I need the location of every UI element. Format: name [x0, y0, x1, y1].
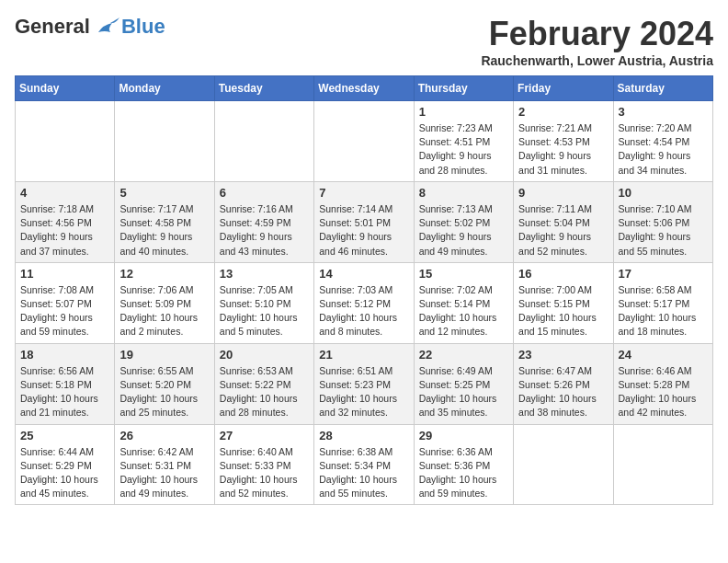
location-subtitle: Rauchenwarth, Lower Austria, Austria [481, 53, 713, 68]
calendar-cell: 11Sunrise: 7:08 AMSunset: 5:07 PMDayligh… [16, 262, 115, 343]
calendar-cell [115, 101, 214, 182]
day-info: Sunrise: 6:44 AMSunset: 5:29 PMDaylight:… [20, 445, 109, 501]
day-info: Sunrise: 7:00 AMSunset: 5:15 PMDaylight:… [518, 283, 608, 339]
day-info: Sunrise: 7:18 AMSunset: 4:56 PMDaylight:… [20, 202, 109, 259]
calendar-cell: 10Sunrise: 7:10 AMSunset: 5:06 PMDayligh… [613, 181, 712, 262]
calendar-cell: 2Sunrise: 7:21 AMSunset: 4:53 PMDaylight… [514, 101, 613, 182]
day-of-week-header: Sunday [16, 76, 115, 101]
day-of-week-header: Monday [115, 76, 214, 101]
day-number: 1 [419, 105, 508, 119]
day-number: 10 [619, 186, 708, 200]
day-number: 6 [220, 186, 309, 200]
day-of-week-header: Friday [514, 76, 613, 101]
calendar-week-row: 4Sunrise: 7:18 AMSunset: 4:56 PMDaylight… [16, 181, 713, 262]
day-number: 3 [619, 105, 708, 119]
calendar-cell: 4Sunrise: 7:18 AMSunset: 4:56 PMDaylight… [16, 181, 115, 262]
day-info: Sunrise: 7:11 AMSunset: 5:04 PMDaylight:… [518, 202, 608, 259]
calendar-cell [613, 424, 712, 505]
day-info: Sunrise: 7:08 AMSunset: 5:07 PMDaylight:… [20, 283, 109, 339]
day-number: 5 [119, 186, 209, 200]
day-info: Sunrise: 7:21 AMSunset: 4:53 PMDaylight:… [518, 121, 608, 178]
day-info: Sunrise: 7:02 AMSunset: 5:14 PMDaylight:… [419, 283, 508, 339]
calendar-cell: 28Sunrise: 6:38 AMSunset: 5:34 PMDayligh… [314, 424, 414, 505]
calendar-week-row: 25Sunrise: 6:44 AMSunset: 5:29 PMDayligh… [16, 424, 713, 505]
day-number: 11 [20, 267, 109, 281]
day-number: 19 [119, 348, 209, 362]
day-number: 23 [518, 348, 608, 362]
calendar-cell [214, 101, 313, 182]
day-info: Sunrise: 6:51 AMSunset: 5:23 PMDaylight:… [319, 364, 408, 420]
day-number: 4 [20, 186, 109, 200]
calendar-cell: 3Sunrise: 7:20 AMSunset: 4:54 PMDaylight… [613, 101, 712, 182]
day-number: 8 [419, 186, 508, 200]
day-number: 27 [220, 429, 309, 442]
day-info: Sunrise: 6:40 AMSunset: 5:33 PMDaylight:… [220, 445, 309, 501]
day-info: Sunrise: 7:23 AMSunset: 4:51 PMDaylight:… [419, 121, 508, 178]
calendar-cell [514, 424, 613, 505]
day-info: Sunrise: 7:05 AMSunset: 5:10 PMDaylight:… [220, 283, 309, 339]
day-info: Sunrise: 6:56 AMSunset: 5:18 PMDaylight:… [20, 364, 109, 420]
calendar-cell: 23Sunrise: 6:47 AMSunset: 5:26 PMDayligh… [514, 343, 613, 424]
calendar-cell: 7Sunrise: 7:14 AMSunset: 5:01 PMDaylight… [314, 181, 414, 262]
calendar-cell: 19Sunrise: 6:55 AMSunset: 5:20 PMDayligh… [115, 343, 214, 424]
day-number: 9 [518, 186, 608, 200]
day-of-week-header: Wednesday [314, 76, 414, 101]
day-info: Sunrise: 7:03 AMSunset: 5:12 PMDaylight:… [319, 283, 408, 339]
day-number: 14 [319, 267, 408, 281]
calendar-cell: 6Sunrise: 7:16 AMSunset: 4:59 PMDaylight… [214, 181, 313, 262]
day-of-week-header: Thursday [414, 76, 513, 101]
title-block: February 2024 Rauchenwarth, Lower Austri… [481, 15, 713, 68]
day-info: Sunrise: 6:58 AMSunset: 5:17 PMDaylight:… [619, 283, 708, 339]
calendar-cell: 26Sunrise: 6:42 AMSunset: 5:31 PMDayligh… [115, 424, 214, 505]
logo-bird-icon [94, 16, 121, 38]
day-info: Sunrise: 7:16 AMSunset: 4:59 PMDaylight:… [220, 202, 309, 259]
day-number: 25 [20, 429, 109, 442]
calendar-cell [16, 101, 115, 182]
calendar-cell: 17Sunrise: 6:58 AMSunset: 5:17 PMDayligh… [613, 262, 712, 343]
calendar-cell: 20Sunrise: 6:53 AMSunset: 5:22 PMDayligh… [214, 343, 313, 424]
day-info: Sunrise: 6:46 AMSunset: 5:28 PMDaylight:… [619, 364, 708, 420]
day-number: 16 [518, 267, 608, 281]
day-number: 29 [419, 429, 508, 442]
day-number: 20 [220, 348, 309, 362]
day-number: 7 [319, 186, 408, 200]
day-info: Sunrise: 7:20 AMSunset: 4:54 PMDaylight:… [619, 121, 708, 178]
calendar-cell: 21Sunrise: 6:51 AMSunset: 5:23 PMDayligh… [314, 343, 414, 424]
day-number: 24 [619, 348, 708, 362]
day-number: 15 [419, 267, 508, 281]
calendar-cell: 16Sunrise: 7:00 AMSunset: 5:15 PMDayligh… [514, 262, 613, 343]
month-title: February 2024 [481, 15, 713, 53]
calendar-cell: 12Sunrise: 7:06 AMSunset: 5:09 PMDayligh… [115, 262, 214, 343]
calendar-cell: 5Sunrise: 7:17 AMSunset: 4:58 PMDaylight… [115, 181, 214, 262]
calendar-week-row: 11Sunrise: 7:08 AMSunset: 5:07 PMDayligh… [16, 262, 713, 343]
logo-blue-text: Blue [121, 15, 165, 39]
calendar-cell [314, 101, 414, 182]
page-header: General Blue February 2024 Rauchenwarth,… [15, 15, 713, 68]
calendar-header-row: SundayMondayTuesdayWednesdayThursdayFrid… [16, 76, 713, 101]
day-info: Sunrise: 6:38 AMSunset: 5:34 PMDaylight:… [319, 445, 408, 501]
day-number: 13 [220, 267, 309, 281]
day-number: 18 [20, 348, 109, 362]
day-info: Sunrise: 7:17 AMSunset: 4:58 PMDaylight:… [119, 202, 209, 259]
calendar-cell: 15Sunrise: 7:02 AMSunset: 5:14 PMDayligh… [414, 262, 513, 343]
calendar-week-row: 1Sunrise: 7:23 AMSunset: 4:51 PMDaylight… [16, 101, 713, 182]
day-of-week-header: Saturday [613, 76, 712, 101]
calendar-cell: 22Sunrise: 6:49 AMSunset: 5:25 PMDayligh… [414, 343, 513, 424]
day-number: 26 [119, 429, 209, 442]
calendar-cell: 29Sunrise: 6:36 AMSunset: 5:36 PMDayligh… [414, 424, 513, 505]
day-info: Sunrise: 6:55 AMSunset: 5:20 PMDaylight:… [119, 364, 209, 420]
logo: General Blue [15, 15, 165, 39]
calendar-cell: 9Sunrise: 7:11 AMSunset: 5:04 PMDaylight… [514, 181, 613, 262]
logo-general-text: General [15, 15, 90, 39]
calendar-cell: 13Sunrise: 7:05 AMSunset: 5:10 PMDayligh… [214, 262, 313, 343]
calendar-cell: 14Sunrise: 7:03 AMSunset: 5:12 PMDayligh… [314, 262, 414, 343]
day-of-week-header: Tuesday [214, 76, 313, 101]
calendar-cell: 8Sunrise: 7:13 AMSunset: 5:02 PMDaylight… [414, 181, 513, 262]
day-number: 17 [619, 267, 708, 281]
day-info: Sunrise: 7:13 AMSunset: 5:02 PMDaylight:… [419, 202, 508, 259]
day-info: Sunrise: 6:47 AMSunset: 5:26 PMDaylight:… [518, 364, 608, 420]
day-info: Sunrise: 6:53 AMSunset: 5:22 PMDaylight:… [220, 364, 309, 420]
day-number: 28 [319, 429, 408, 442]
day-number: 2 [518, 105, 608, 119]
day-info: Sunrise: 7:10 AMSunset: 5:06 PMDaylight:… [619, 202, 708, 259]
